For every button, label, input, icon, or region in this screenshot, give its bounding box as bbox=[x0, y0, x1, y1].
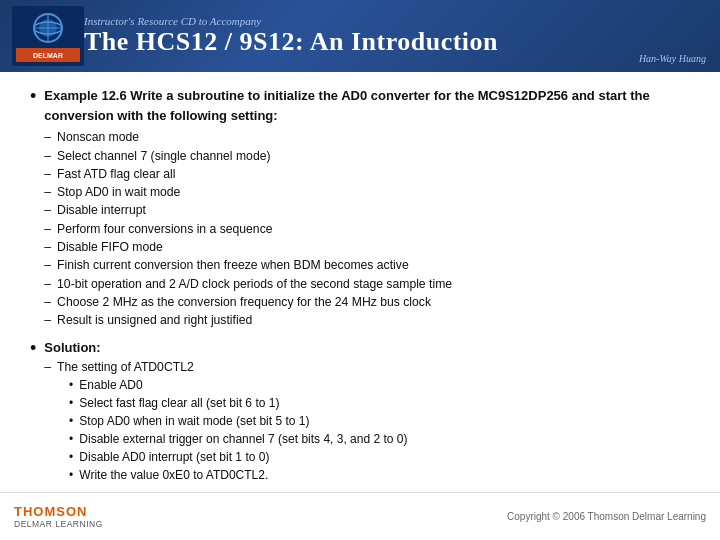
list-item: –Disable FIFO mode bbox=[44, 238, 690, 256]
dash-icon: – bbox=[44, 201, 51, 219]
dot-icon: • bbox=[69, 394, 73, 412]
solution-sub-list: •Enable AD0 •Select fast flag clear all … bbox=[69, 376, 407, 484]
dash-icon: – bbox=[44, 256, 51, 274]
header-text: Instructor's Resource CD to Accompany Th… bbox=[84, 15, 498, 57]
dash-icon: – bbox=[44, 293, 51, 311]
list-item: –Nonscan mode bbox=[44, 128, 690, 146]
footer-sub: DELMAR LEARNING bbox=[14, 519, 103, 529]
solution-sub-section: The setting of ATD0CTL2 •Enable AD0 •Sel… bbox=[57, 358, 407, 484]
header-logo: DELMAR bbox=[12, 6, 84, 66]
list-item: –Select channel 7 (single channel mode) bbox=[44, 147, 690, 165]
section-2-content: Solution: – The setting of ATD0CTL2 •Ena… bbox=[44, 338, 690, 485]
header-author: Han-Way Huang bbox=[639, 53, 706, 64]
list-item: –Finish current conversion then freeze w… bbox=[44, 256, 690, 274]
section-2: • Solution: – The setting of ATD0CTL2 •E… bbox=[30, 338, 690, 485]
section-1-list: –Nonscan mode –Select channel 7 (single … bbox=[44, 128, 690, 329]
list-item: •Stop AD0 when in wait mode (set bit 5 t… bbox=[69, 412, 407, 430]
list-item: •Enable AD0 bbox=[69, 376, 407, 394]
dash-icon: – bbox=[44, 183, 51, 201]
dash-icon: – bbox=[44, 128, 51, 146]
list-item: –Choose 2 MHz as the conversion frequenc… bbox=[44, 293, 690, 311]
footer-copyright: Copyright © 2006 Thomson Delmar Learning bbox=[507, 511, 706, 522]
dot-icon: • bbox=[69, 448, 73, 466]
list-item: •Disable external trigger on channel 7 (… bbox=[69, 430, 407, 448]
main-content: • Example 12.6 Write a subroutine to ini… bbox=[0, 72, 720, 492]
header-subtitle: Instructor's Resource CD to Accompany bbox=[84, 15, 498, 27]
dash-icon: – bbox=[44, 220, 51, 238]
bullet-1: • bbox=[30, 84, 36, 109]
dash-icon: – bbox=[44, 358, 51, 376]
header-title: The HCS12 / 9S12: An Introduction bbox=[84, 27, 498, 57]
dot-icon: • bbox=[69, 466, 73, 484]
solution-label: Solution: bbox=[44, 340, 100, 355]
list-item: •Write the value 0xE0 to ATD0CTL2. bbox=[69, 466, 407, 484]
section-1-title: Example 12.6 Write a subroutine to initi… bbox=[44, 86, 690, 126]
dash-icon: – bbox=[44, 147, 51, 165]
dot-icon: • bbox=[69, 412, 73, 430]
dash-icon: – bbox=[44, 238, 51, 256]
list-item: –Stop AD0 in wait mode bbox=[44, 183, 690, 201]
dot-icon: • bbox=[69, 430, 73, 448]
list-item: •Disable AD0 interrupt (set bit 1 to 0) bbox=[69, 448, 407, 466]
footer-brand: THOMSON bbox=[14, 504, 87, 519]
dash-icon: – bbox=[44, 275, 51, 293]
header: DELMAR Instructor's Resource CD to Accom… bbox=[0, 0, 720, 72]
bullet-2: • bbox=[30, 336, 36, 361]
list-item: –Perform four conversions in a sequence bbox=[44, 220, 690, 238]
dash-icon: – bbox=[44, 165, 51, 183]
dot-icon: • bbox=[69, 376, 73, 394]
list-item: –Disable interrupt bbox=[44, 201, 690, 219]
list-item: •Select fast flag clear all (set bit 6 t… bbox=[69, 394, 407, 412]
footer: THOMSON DELMAR LEARNING Copyright © 2006… bbox=[0, 492, 720, 540]
section-1-content: Example 12.6 Write a subroutine to initi… bbox=[44, 86, 690, 330]
footer-logo-area: THOMSON DELMAR LEARNING bbox=[14, 504, 103, 529]
section-1: • Example 12.6 Write a subroutine to ini… bbox=[30, 86, 690, 330]
svg-text:DELMAR: DELMAR bbox=[33, 52, 63, 59]
section-2-outer-list: – The setting of ATD0CTL2 •Enable AD0 •S… bbox=[44, 358, 690, 484]
list-item: –Result is unsigned and right justified bbox=[44, 311, 690, 329]
list-item: –10-bit operation and 2 A/D clock period… bbox=[44, 275, 690, 293]
list-item: –Fast ATD flag clear all bbox=[44, 165, 690, 183]
list-item: – The setting of ATD0CTL2 •Enable AD0 •S… bbox=[44, 358, 690, 484]
dash-icon: – bbox=[44, 311, 51, 329]
